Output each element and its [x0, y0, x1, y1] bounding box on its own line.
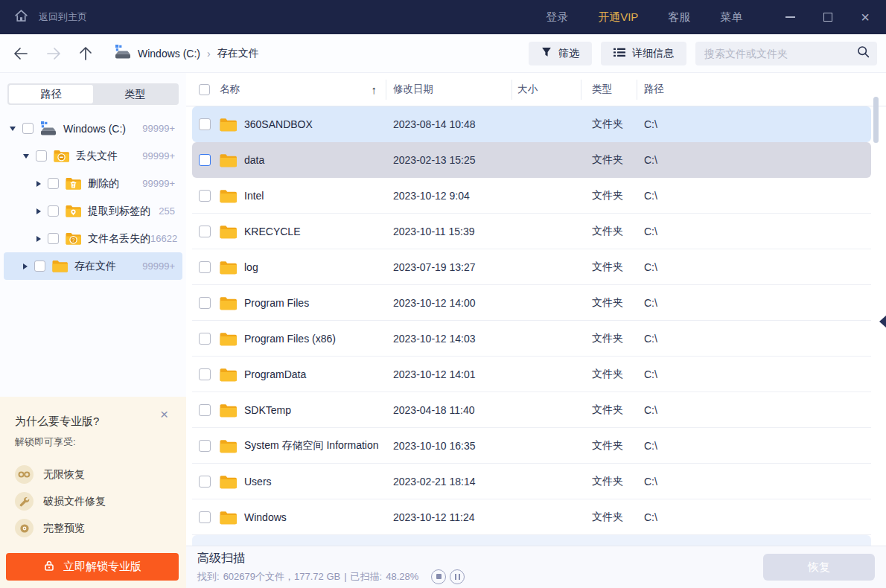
expanded-arrow-icon[interactable] [23, 154, 29, 159]
collapsed-arrow-icon[interactable] [23, 263, 28, 269]
folder-icon [220, 403, 237, 418]
file-date: 2023-10-11 15:39 [386, 226, 511, 237]
table-row[interactable]: KRECYCLE2023-10-11 15:39文件夹C:\ [192, 214, 871, 249]
tree-item[interactable]: 丢失文件99999+ [4, 142, 182, 170]
file-type: 文件夹 [581, 118, 637, 131]
search-box[interactable] [695, 42, 877, 65]
maximize-icon[interactable] [823, 13, 832, 22]
collapsed-arrow-icon[interactable] [36, 181, 41, 187]
row-separator [192, 534, 871, 535]
tree-item-count: 99999+ [142, 123, 175, 134]
table-row[interactable]: System 存储空间 Information2023-10-10 16:35文… [192, 428, 871, 464]
column-header-name[interactable]: 名称 ↑ [186, 73, 386, 106]
table-row[interactable]: ProgramData2023-10-12 14:01文件夹C:\ [192, 357, 871, 392]
column-header-size[interactable]: 大小 [511, 73, 581, 106]
upgrade-vip-menu-item[interactable]: 开通VIP [598, 10, 638, 25]
file-path: C:\ [637, 404, 871, 416]
table-row[interactable]: Windows2023-10-12 11:24文件夹C:\ [192, 499, 871, 535]
back-to-home-button[interactable]: 返回到主页 [13, 8, 87, 27]
tree-checkbox[interactable] [48, 233, 59, 244]
recover-button[interactable]: 恢复 [763, 554, 875, 581]
unlock-pro-button[interactable]: 立即解锁专业版 [6, 553, 179, 581]
search-icon[interactable] [857, 45, 870, 61]
collapsed-arrow-icon[interactable] [36, 208, 41, 214]
tree-checkbox[interactable] [22, 123, 34, 134]
file-name: Windows [244, 511, 287, 523]
tree-item-label: 文件名丢失的 [88, 232, 150, 246]
tree-checkbox[interactable] [48, 178, 59, 189]
vertical-scrollbar[interactable] [873, 97, 879, 143]
row-checkbox[interactable] [199, 190, 211, 202]
tree-checkbox[interactable] [36, 150, 47, 162]
collapsed-arrow-icon[interactable] [36, 236, 41, 242]
tab-path[interactable]: 路径 [9, 85, 93, 103]
login-menu-item[interactable]: 登录 [546, 10, 568, 25]
tab-type[interactable]: 类型 [93, 85, 177, 103]
search-input[interactable] [704, 48, 857, 60]
select-all-checkbox[interactable] [199, 84, 210, 95]
statusbar: 高级扫描 找到: 602679个文件，177.72 GB | 已扫描: 48.2… [186, 546, 886, 588]
row-checkbox[interactable] [199, 118, 211, 130]
file-date: 2023-04-18 11:40 [386, 404, 511, 416]
folder-icon [220, 118, 237, 132]
breadcrumb-drive[interactable]: Windows (C:) [115, 45, 200, 62]
support-menu-item[interactable]: 客服 [668, 10, 690, 25]
folder-trash-icon [66, 177, 81, 190]
file-type: 文件夹 [581, 332, 637, 345]
tree-item[interactable]: 删除的99999+ [4, 170, 182, 197]
table-row[interactable]: Program Files (x86)2023-10-12 14:03文件夹C:… [192, 321, 871, 357]
row-checkbox[interactable] [199, 226, 211, 237]
breadcrumb-current[interactable]: 存在文件 [217, 47, 259, 60]
tree-checkbox[interactable] [48, 205, 59, 217]
row-checkbox[interactable] [199, 154, 211, 166]
table-row[interactable]: Intel2023-10-12 9:04文件夹C:\ [192, 178, 871, 214]
expanded-arrow-icon[interactable] [10, 127, 16, 131]
table-row[interactable]: Program Files2023-10-12 14:00文件夹C:\ [192, 285, 871, 321]
pause-scan-button[interactable] [450, 569, 465, 584]
table-row[interactable]: data2023-02-13 15:25文件夹C:\ [192, 142, 871, 178]
back-arrow-icon[interactable] [13, 47, 28, 60]
tree-item[interactable]: 提取到标签的255 [4, 197, 182, 225]
row-checkbox[interactable] [199, 440, 211, 452]
close-icon[interactable]: × [861, 12, 870, 22]
scanned-label: 已扫描: [351, 570, 383, 584]
collapse-panel-arrow-icon[interactable] [879, 316, 886, 327]
folder-tag-icon [66, 205, 81, 217]
row-checkbox[interactable] [199, 368, 211, 380]
table-row[interactable]: log2023-07-19 13:27文件夹C:\ [192, 249, 871, 285]
column-header-path[interactable]: 路径 [637, 73, 886, 106]
menu-menu-item[interactable]: 菜单 [720, 10, 742, 25]
forward-arrow-icon[interactable] [46, 47, 61, 60]
tree-item[interactable]: ?文件名丢失的16622 [4, 225, 182, 252]
tree-item-count: 99999+ [142, 150, 175, 162]
tree-item[interactable]: 存在文件99999+ [4, 252, 182, 280]
column-header-date[interactable]: 修改日期 [386, 73, 511, 106]
minimize-icon[interactable] [785, 16, 795, 18]
row-checkbox[interactable] [199, 404, 211, 416]
row-checkbox[interactable] [199, 261, 211, 273]
stop-scan-button[interactable] [431, 569, 446, 584]
tree-item[interactable]: Windows (C:)99999+ [4, 115, 182, 142]
file-name: Program Files (x86) [244, 333, 336, 345]
row-checkbox[interactable] [199, 297, 211, 309]
table-row[interactable]: SDKTemp2023-04-18 11:40文件夹C:\ [192, 392, 871, 428]
file-name: System 存储空间 Information [244, 439, 379, 453]
tree-item-count: 99999+ [142, 261, 175, 272]
lock-icon [43, 560, 55, 574]
filter-button[interactable]: 筛选 [529, 42, 592, 65]
folder-icon [220, 296, 237, 310]
table-row[interactable]: 360SANDBOX2023-08-14 10:48文件夹C:\ [192, 106, 871, 142]
row-checkbox[interactable] [199, 511, 211, 523]
details-view-button[interactable]: 详细信息 [601, 42, 686, 65]
tree-checkbox[interactable] [34, 261, 45, 272]
row-checkbox[interactable] [199, 476, 211, 488]
promo-close-icon[interactable]: × [160, 409, 168, 421]
column-header-type[interactable]: 类型 [581, 73, 637, 106]
folder-question-icon: ? [66, 232, 81, 245]
infinity-icon [15, 465, 34, 484]
table-row[interactable]: Users2023-02-21 18:14文件夹C:\ [192, 464, 871, 499]
tree-item-count: 99999+ [142, 178, 175, 189]
up-arrow-icon[interactable] [79, 46, 92, 61]
row-checkbox[interactable] [199, 333, 211, 345]
sort-ascending-icon[interactable]: ↑ [372, 83, 377, 96]
